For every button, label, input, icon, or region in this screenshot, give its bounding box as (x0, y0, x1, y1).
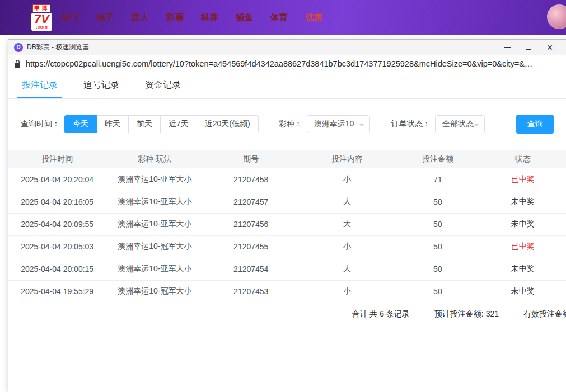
status-cell: 已中奖 (480, 168, 566, 191)
main-nav: 热门电子真人彩票棋牌捕鱼体育优惠 (62, 12, 323, 23)
filter-row: 查询时间： 今天昨天前天近7天近20天(低频) 彩种： 澳洲幸运10 订单状态：… (8, 115, 566, 134)
bet-amount-cell: 50 (396, 191, 479, 213)
bet-amount-cell: 50 (396, 280, 479, 303)
status-cell: 已中奖 (480, 235, 566, 258)
window-title: DB彩票 - 极速浏览器 (27, 42, 89, 52)
lock-icon (15, 60, 21, 68)
maximize-icon (526, 45, 531, 50)
url-text[interactable]: https://ctopcp02pcali.uengi5e.com/lotter… (26, 59, 560, 68)
status-cell: 未中奖 (480, 258, 566, 280)
column-header: 状态 (480, 150, 566, 168)
browser-app-icon: D (14, 43, 23, 52)
tab-fund-records[interactable]: 资金记录 (145, 79, 181, 98)
tab-bet-records[interactable]: 投注记录 (22, 79, 58, 98)
close-button[interactable]: × (539, 40, 560, 55)
bet-time-cell: 2025-04-04 19:55:29 (8, 280, 106, 303)
summary-row: 合计 共 6 条记录 预计投注金额: 321 有效投注金额 (8, 303, 566, 325)
logo-main-text: 7V (34, 13, 49, 25)
order-status-select[interactable]: 全部状态 (435, 115, 485, 133)
bet-time-cell: 2025-04-04 20:16:05 (8, 191, 106, 213)
search-button[interactable]: 查询 (516, 115, 554, 134)
column-header: 彩种-玩法 (106, 150, 203, 168)
logo-box: 7V .com (31, 13, 52, 31)
table-row: 2025-04-04 20:00:15澳洲幸运10-亚军大小21207454大5… (8, 258, 566, 280)
time-filter-last-7-days[interactable]: 近7天 (160, 115, 197, 133)
bet-content-cell: 大 (298, 213, 396, 235)
total-records-text: 合计 共 6 条记录 (352, 309, 409, 319)
game-play-cell: 澳洲幸运10-冠军大小 (106, 235, 203, 258)
bet-content-cell: 大 (298, 191, 396, 213)
time-filter-group: 今天昨天前天近7天近20天(低频) (64, 115, 259, 133)
column-header: 投注内容 (298, 150, 396, 168)
nav-item-sports[interactable]: 体育 (270, 12, 288, 23)
bet-records-table: 投注时间彩种-玩法期号投注内容投注金额状态 2025-04-04 20:20:0… (8, 150, 566, 303)
bet-content-cell: 小 (298, 168, 396, 191)
status-cell: 未中奖 (480, 280, 566, 303)
time-filter-today[interactable]: 今天 (64, 115, 97, 133)
game-play-cell: 澳洲幸运10-亚军大小 (106, 213, 203, 235)
issue-number-cell: 21207454 (204, 258, 298, 280)
lottery-select[interactable]: 澳洲幸运10 (307, 115, 370, 133)
bet-amount-cell: 50 (396, 213, 479, 235)
column-header: 投注金额 (396, 150, 479, 168)
table-body: 2025-04-04 20:20:04澳洲幸运10-亚军大小21207458小7… (8, 168, 566, 303)
bet-amount-cell: 50 (396, 258, 479, 280)
status-cell: 未中奖 (480, 191, 566, 213)
table-row: 2025-04-04 20:09:55澳洲幸运10-亚军大小21207456大5… (8, 213, 566, 235)
user-avatar[interactable] (547, 4, 566, 29)
close-icon: × (547, 42, 553, 53)
nav-item-lottery[interactable]: 彩票 (166, 12, 184, 23)
valid-amount-text: 有效投注金额 (523, 309, 566, 319)
game-play-cell: 澳洲幸运10-冠军大小 (106, 280, 203, 303)
url-bar: https://ctopcp02pcali.uengi5e.com/lotter… (8, 55, 566, 72)
bet-time-cell: 2025-04-04 20:00:15 (8, 258, 106, 280)
bet-content-cell: 大 (298, 258, 396, 280)
column-header: 期号 (204, 150, 298, 168)
window-controls: × (497, 40, 560, 55)
lottery-filter-label: 彩种： (279, 119, 302, 129)
nav-item-board[interactable]: 棋牌 (201, 12, 219, 23)
table-row: 2025-04-04 20:05:03澳洲幸运10-冠军大小21207455小5… (8, 235, 566, 258)
column-header: 投注时间 (8, 150, 106, 168)
nav-item-hot[interactable]: 热门 (62, 12, 80, 23)
game-play-cell: 澳洲幸运10-亚军大小 (106, 258, 203, 280)
time-filter-last-20-days[interactable]: 近20天(低频) (197, 115, 259, 133)
chevron-down-icon (359, 124, 364, 126)
nav-item-fishing[interactable]: 捕鱼 (236, 12, 254, 23)
issue-number-cell: 21207457 (204, 191, 298, 213)
nav-item-slots[interactable]: 电子 (97, 12, 115, 23)
minimize-button[interactable] (497, 40, 518, 55)
table-row: 2025-04-04 20:20:04澳洲幸运10-亚军大小21207458小7… (8, 168, 566, 191)
bet-time-cell: 2025-04-04 20:05:03 (8, 235, 106, 258)
logo-cn-text: 申博 (32, 4, 50, 12)
tab-bar: 投注记录追号记录资金记录 (8, 72, 566, 99)
chevron-down-icon (474, 124, 479, 126)
time-filter-day-before[interactable]: 前天 (128, 115, 161, 133)
maximize-button[interactable] (518, 40, 539, 55)
nav-item-live[interactable]: 真人 (132, 12, 149, 23)
table-row: 2025-04-04 19:55:29澳洲幸运10-冠军大小21207453小5… (8, 280, 566, 303)
page-content: 投注记录追号记录资金记录 查询时间： 今天昨天前天近7天近20天(低频) 彩种：… (8, 72, 566, 392)
bet-content-cell: 小 (298, 280, 396, 303)
issue-number-cell: 21207453 (204, 280, 298, 303)
browser-window: D DB彩票 - 极速浏览器 × https://ctopcp02pcali.u… (8, 39, 566, 392)
expected-amount-text: 预计投注金额: 321 (434, 309, 499, 319)
site-logo[interactable]: 申博 7V .com (31, 4, 52, 31)
bet-time-cell: 2025-04-04 20:20:04 (8, 168, 106, 191)
issue-number-cell: 21207456 (204, 213, 298, 235)
site-header: 申博 7V .com 热门电子真人彩票棋牌捕鱼体育优惠 (0, 0, 566, 35)
order-status-label: 订单状态： (391, 119, 431, 129)
window-titlebar: D DB彩票 - 极速浏览器 × (8, 40, 566, 55)
logo-suffix-text: .com (34, 25, 49, 30)
game-play-cell: 澳洲幸运10-亚军大小 (106, 191, 203, 213)
bet-amount-cell: 71 (396, 168, 479, 191)
bet-time-cell: 2025-04-04 20:09:55 (8, 213, 106, 235)
tab-chase-records[interactable]: 追号记录 (83, 79, 119, 98)
nav-item-promo[interactable]: 优惠 (305, 12, 323, 23)
game-play-cell: 澳洲幸运10-亚军大小 (106, 168, 203, 191)
time-filter-yesterday[interactable]: 昨天 (96, 115, 129, 133)
bet-content-cell: 小 (298, 235, 396, 258)
table-header-row: 投注时间彩种-玩法期号投注内容投注金额状态 (8, 150, 566, 168)
table-row: 2025-04-04 20:16:05澳洲幸运10-亚军大小21207457大5… (8, 191, 566, 213)
issue-number-cell: 21207455 (204, 235, 298, 258)
